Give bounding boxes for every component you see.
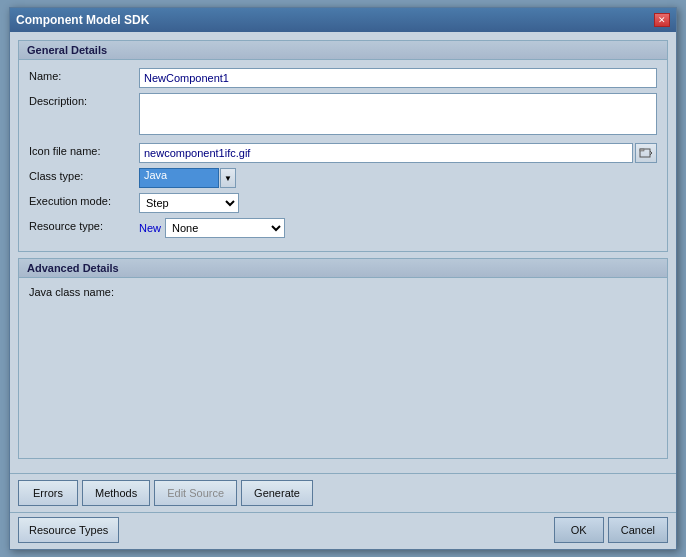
execution-mode-select[interactable]: Step Inline Continuous <box>139 193 239 213</box>
methods-button[interactable]: Methods <box>82 480 150 506</box>
advanced-header: Advanced Details <box>19 259 667 278</box>
bottom-left: Errors Methods Edit Source Generate <box>18 480 313 506</box>
main-window: Component Model SDK ✕ General Details Na… <box>9 7 677 550</box>
new-link[interactable]: New <box>139 222 161 234</box>
browse-button[interactable] <box>635 143 657 163</box>
class-type-label: Class type: <box>29 168 139 182</box>
resource-type-control: New None File Database Network <box>139 218 657 238</box>
icon-input[interactable] <box>139 143 633 163</box>
second-bottom-bar: Resource Types OK Cancel <box>10 512 676 549</box>
window-title: Component Model SDK <box>16 13 149 27</box>
resource-type-wrapper: New None File Database Network <box>139 218 657 238</box>
name-input[interactable] <box>139 68 657 88</box>
errors-button[interactable]: Errors <box>18 480 78 506</box>
icon-control <box>139 143 657 163</box>
description-row: Description: <box>29 93 657 138</box>
general-body: Name: Description: Icon file name: <box>19 60 667 251</box>
resource-type-row: Resource type: New None File Database Ne… <box>29 218 657 238</box>
resource-type-select[interactable]: None File Database Network <box>165 218 285 238</box>
generate-button[interactable]: Generate <box>241 480 313 506</box>
svg-rect-1 <box>640 149 644 151</box>
resource-type-label: Resource type: <box>29 218 139 232</box>
class-type-display[interactable]: Java <box>139 168 219 188</box>
class-type-row: Class type: Java ▼ <box>29 168 657 188</box>
edit-source-button[interactable]: Edit Source <box>154 480 237 506</box>
name-row: Name: <box>29 68 657 88</box>
advanced-body: Java class name: <box>19 278 667 458</box>
cancel-button[interactable]: Cancel <box>608 517 668 543</box>
class-type-control: Java ▼ <box>139 168 657 188</box>
window-content: General Details Name: Description: <box>10 32 676 473</box>
icon-file-row <box>139 143 657 163</box>
ok-cancel-group: OK Cancel <box>554 517 668 543</box>
class-type-wrapper: Java ▼ <box>139 168 657 188</box>
close-button[interactable]: ✕ <box>654 13 670 27</box>
title-bar: Component Model SDK ✕ <box>10 8 676 32</box>
resource-types-button[interactable]: Resource Types <box>18 517 119 543</box>
name-control <box>139 68 657 88</box>
advanced-section: Advanced Details Java class name: <box>18 258 668 459</box>
description-input[interactable] <box>139 93 657 135</box>
execution-mode-control: Step Inline Continuous <box>139 193 657 213</box>
bottom-bar: Errors Methods Edit Source Generate <box>10 473 676 512</box>
execution-mode-label: Execution mode: <box>29 193 139 207</box>
description-control <box>139 93 657 138</box>
class-type-dropdown[interactable]: ▼ <box>220 168 236 188</box>
execution-mode-row: Execution mode: Step Inline Continuous <box>29 193 657 213</box>
title-controls: ✕ <box>654 13 670 27</box>
general-section: General Details Name: Description: <box>18 40 668 252</box>
icon-label: Icon file name: <box>29 143 139 157</box>
resource-types-left: Resource Types <box>18 517 119 543</box>
general-header: General Details <box>19 41 667 60</box>
ok-button[interactable]: OK <box>554 517 604 543</box>
description-label: Description: <box>29 93 139 107</box>
icon-row: Icon file name: <box>29 143 657 163</box>
name-label: Name: <box>29 68 139 82</box>
java-class-label: Java class name: <box>29 286 657 298</box>
